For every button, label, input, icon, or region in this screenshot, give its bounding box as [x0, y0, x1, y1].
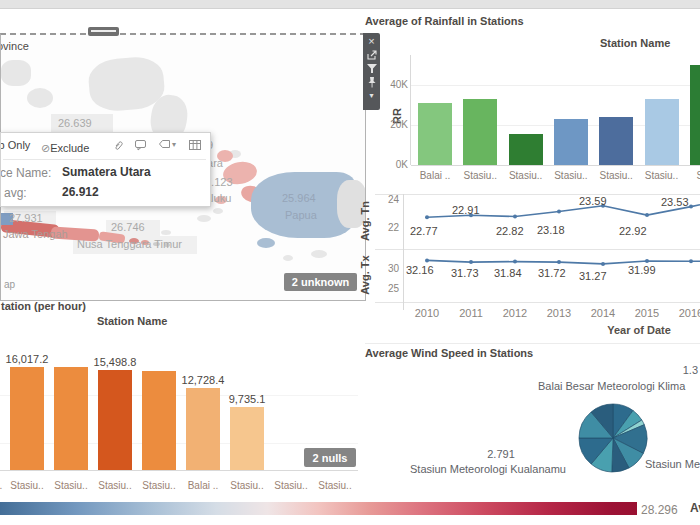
station-x-label: Stasiu..	[5, 480, 49, 491]
line-point[interactable]	[645, 259, 649, 263]
rainfall-bar[interactable]	[645, 99, 679, 165]
station-bar-label: 16,017.2	[0, 353, 57, 365]
year-label: 2014	[583, 307, 623, 319]
rainfall-bar[interactable]	[599, 117, 633, 165]
filter-icon[interactable]	[367, 64, 377, 73]
window-toolbar: × ▾	[363, 33, 380, 110]
color-legend-max: 28.296	[641, 503, 678, 517]
nulls-badge[interactable]: 2 nulls	[304, 448, 356, 467]
pie-callout-value: 2.791	[481, 448, 521, 460]
line-point[interactable]	[513, 260, 517, 264]
map-name-label: Jawa Tengah	[3, 228, 68, 240]
comment-icon[interactable]	[135, 140, 147, 151]
station-bar[interactable]	[10, 367, 44, 470]
map-island	[311, 250, 327, 258]
station-x-label: Stasiu..	[49, 480, 93, 491]
station-chart-title: tation (per hour)	[1, 300, 86, 312]
rainfall-bar[interactable]	[463, 99, 497, 165]
color-legend-gradient[interactable]	[0, 502, 637, 515]
tx-point-label: 31.72	[538, 267, 566, 279]
avg-tx-axis-label: Avg. Tx	[359, 255, 371, 294]
station-x-label: Stasiu..	[313, 480, 357, 491]
map-name-label: Papua	[285, 209, 317, 221]
line-point[interactable]	[557, 210, 561, 214]
close-icon[interactable]: ×	[368, 36, 374, 46]
exclude-button[interactable]: ⊘Exclude	[41, 138, 89, 156]
pie-callout-name: Stasiun Me	[645, 458, 700, 470]
line-point[interactable]	[689, 259, 693, 263]
station-x-label: Stasiu..	[225, 480, 269, 491]
rainfall-x-label: Balai ..	[413, 170, 457, 181]
station-bar[interactable]	[142, 371, 176, 470]
rainfall-plot-area	[412, 55, 700, 165]
station-bar[interactable]	[54, 367, 88, 470]
line-point[interactable]	[645, 213, 649, 217]
tx-point-label: 31.84	[494, 267, 522, 279]
station-bar[interactable]	[230, 407, 264, 470]
tooltip-row-value: 26.912	[62, 185, 99, 199]
tx-point-label: 32.16	[406, 264, 434, 276]
station-x-label: Stasiu..	[93, 480, 137, 491]
line-point[interactable]	[425, 258, 429, 262]
unknown-badge[interactable]: 2 unknown	[284, 273, 357, 291]
station-legend-title: Station Name	[97, 315, 167, 327]
line-point[interactable]	[601, 262, 605, 266]
station-bar[interactable]	[98, 370, 132, 470]
pin-icon[interactable]	[367, 77, 377, 88]
map-island	[213, 208, 223, 214]
line-point[interactable]	[513, 215, 517, 219]
temp-line-plot	[403, 195, 700, 303]
keep-only-button[interactable]: Keep Only	[0, 139, 30, 151]
line-point[interactable]	[689, 205, 693, 209]
tag-icon[interactable]	[159, 140, 170, 149]
wind-pie	[577, 402, 649, 474]
view-data-icon[interactable]	[189, 140, 201, 150]
wind-chart-title: Average Wind Speed in Stations	[365, 347, 533, 359]
year-label: 2016	[671, 307, 700, 319]
rainfall-bar[interactable]	[418, 103, 452, 165]
province-shape[interactable]	[257, 238, 275, 248]
tn-point-label: 23.53	[661, 196, 689, 208]
tx-point-label: 31.27	[579, 270, 607, 282]
year-label: 2015	[627, 307, 667, 319]
line-point[interactable]	[557, 260, 561, 264]
rainfall-bar[interactable]	[554, 119, 588, 165]
line-point[interactable]	[469, 260, 473, 264]
window-drag-handle[interactable]	[88, 27, 119, 36]
zero-line	[411, 165, 700, 166]
rainfall-x-axis: Balai ..Stasiu..Stasiu..Stasiu..Stasiu..…	[412, 170, 700, 184]
zero-line	[0, 470, 358, 471]
window-title: Province	[0, 40, 29, 52]
line-point[interactable]	[425, 215, 429, 219]
tx-point-label: 31.73	[451, 267, 479, 279]
year-label: 2011	[451, 307, 491, 319]
rainfall-bar[interactable]	[690, 65, 700, 165]
pie-callout-value: 1.3	[672, 364, 698, 376]
rainfall-bar[interactable]	[509, 134, 543, 165]
tx-point-label: 31.99	[628, 264, 656, 276]
map-value-label: 26.639	[58, 117, 92, 129]
tn-point-label: 22.77	[410, 225, 438, 237]
map-value-label: 25.964	[282, 192, 316, 204]
station-bar[interactable]	[186, 388, 220, 470]
map-island	[1, 60, 31, 86]
map-island	[27, 88, 53, 108]
temp-x-axis-title: Year of Date	[594, 324, 684, 336]
map-name-label: Nusa Tenggara Timur	[77, 238, 182, 250]
caret-down-icon[interactable]: ▾	[369, 92, 373, 99]
tooltip-row-value: Sumatera Utara	[62, 165, 151, 179]
pie-callout-name: Balai Besar Meteorologi Klima	[538, 380, 685, 392]
tn-tick: 22	[373, 222, 399, 233]
tag-caret-icon[interactable]: ▾	[172, 140, 176, 149]
group-icon[interactable]	[113, 140, 124, 151]
tooltip-row-label: Province Name:	[0, 166, 51, 180]
color-legend-title: Av	[690, 501, 700, 515]
rainfall-y-tick: 0K	[378, 159, 408, 170]
map-island	[197, 215, 211, 222]
y-axis-line	[410, 55, 411, 165]
temp-x-axis: 2010201120122013201420152016	[403, 307, 700, 321]
tableau-dashboard: { "map_window": { "title": "Province", "…	[0, 0, 700, 525]
rainfall-chart-title: Average of Rainfall in Stations	[365, 15, 524, 27]
map-island	[283, 255, 293, 261]
export-icon[interactable]	[367, 50, 377, 60]
